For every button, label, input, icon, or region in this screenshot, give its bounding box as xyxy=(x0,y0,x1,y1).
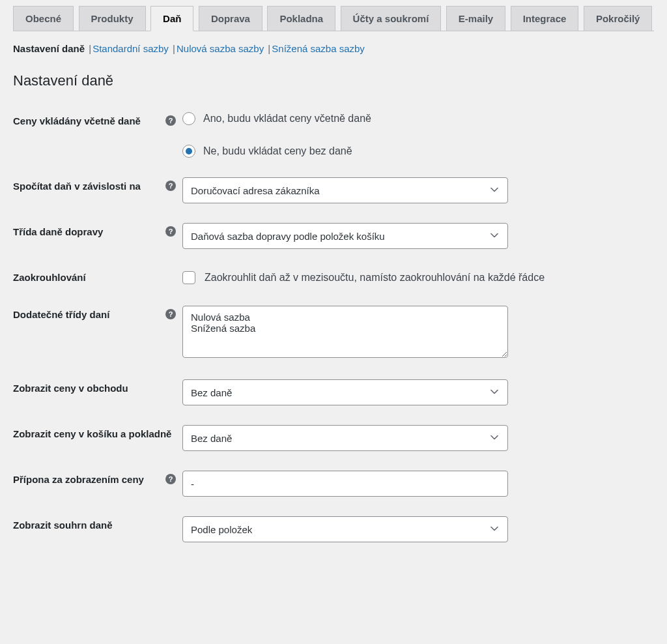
help-icon[interactable]: ? xyxy=(165,474,176,484)
chevron-down-icon xyxy=(490,185,498,196)
tax-subsections: Nastavení daně | Standardní sazby | Nulo… xyxy=(13,43,654,54)
tab-integrace[interactable]: Integrace xyxy=(511,6,579,31)
help-icon[interactable]: ? xyxy=(165,309,176,319)
shipping-tax-class-select[interactable]: Daňová sazba dopravy podle položek košík… xyxy=(182,223,508,249)
help-icon[interactable]: ? xyxy=(165,181,176,191)
subsection-link[interactable]: Nulová sazba sazby xyxy=(177,43,264,54)
tab-obecné[interactable]: Obecné xyxy=(13,6,74,31)
subsection-link[interactable]: Standardní sazby xyxy=(92,43,169,54)
tax-based-on-label: Spočítat daň v závislosti na xyxy=(13,181,162,192)
additional-classes-label: Dodatečné třídy daní xyxy=(13,309,162,320)
display-shop-label: Zobrazit ceny v obchodu xyxy=(13,383,176,394)
help-icon[interactable]: ? xyxy=(165,115,176,126)
rounding-checkbox[interactable] xyxy=(182,271,195,284)
shipping-tax-class-label: Třída daně dopravy xyxy=(13,226,162,237)
tab-účty a soukromí[interactable]: Účty a soukromí xyxy=(341,6,442,31)
chevron-down-icon xyxy=(490,387,498,398)
prices-include-tax-no-radio[interactable] xyxy=(182,145,195,158)
prices-include-tax-no[interactable]: Ne, budu vkládat ceny bez daně xyxy=(182,145,654,158)
prices-include-tax-label: Ceny vkládány včetně daně xyxy=(13,115,162,126)
additional-classes-textarea[interactable] xyxy=(182,306,508,358)
settings-tabs: ObecnéProduktyDaňDopravaPokladnaÚčty a s… xyxy=(13,0,654,31)
prices-include-tax-yes-radio[interactable] xyxy=(182,112,195,125)
display-cart-label: Zobrazit ceny v košíku a pokladně xyxy=(13,428,176,439)
tab-pokladna[interactable]: Pokladna xyxy=(267,6,335,31)
chevron-down-icon xyxy=(490,433,498,443)
price-suffix-label: Přípona za zobrazením ceny xyxy=(13,474,162,485)
tab-daň[interactable]: Daň xyxy=(150,6,193,31)
prices-include-tax-yes[interactable]: Ano, budu vkládat ceny včetně daně xyxy=(182,112,654,125)
tab-e-maily[interactable]: E-maily xyxy=(446,6,505,31)
tax-totals-label: Zobrazit souhrn daně xyxy=(13,520,176,531)
tax-based-on-select[interactable]: Doručovací adresa zákazníka xyxy=(182,177,508,203)
rounding-checkbox-row[interactable]: Zaokrouhlit daň až v mezisoučtu, namísto… xyxy=(182,271,654,284)
rounding-label: Zaokrouhlování xyxy=(13,272,176,283)
chevron-down-icon xyxy=(490,524,498,534)
subsection-link[interactable]: Snížená sazba sazby xyxy=(272,43,365,54)
subsection-current: Nastavení daně xyxy=(13,43,85,54)
tab-pokročilý[interactable]: Pokročilý xyxy=(584,6,653,31)
section-title: Nastavení daně xyxy=(13,72,654,89)
display-cart-select[interactable]: Bez daně xyxy=(182,425,508,451)
display-shop-select[interactable]: Bez daně xyxy=(182,379,508,405)
price-suffix-input[interactable] xyxy=(182,471,508,497)
tax-settings-form: Ceny vkládány včetně daně ? Ano, budu vk… xyxy=(13,102,654,552)
tax-totals-select[interactable]: Podle položek xyxy=(182,516,508,542)
tab-produkty[interactable]: Produkty xyxy=(79,6,146,31)
help-icon[interactable]: ? xyxy=(165,226,176,237)
tab-doprava[interactable]: Doprava xyxy=(199,6,263,31)
chevron-down-icon xyxy=(490,231,498,241)
